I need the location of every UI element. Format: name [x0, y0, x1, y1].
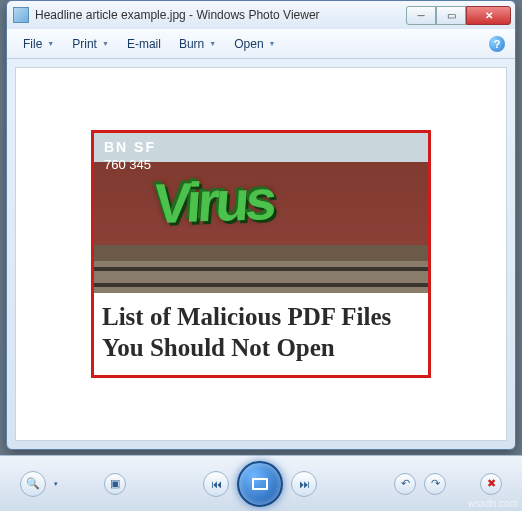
maximize-button[interactable]: ▭: [436, 6, 466, 25]
menu-file-label: File: [23, 37, 42, 51]
fit-icon: ▣: [110, 477, 120, 490]
menu-email[interactable]: E-mail: [121, 34, 167, 54]
chevron-down-icon: ▼: [269, 40, 276, 47]
rotate-ccw-icon: ↶: [401, 477, 410, 490]
menu-email-label: E-mail: [127, 37, 161, 51]
titlebar[interactable]: Headline article example.jpg - Windows P…: [7, 1, 515, 29]
close-button[interactable]: ✕: [466, 6, 511, 25]
delete-button[interactable]: ✖: [480, 473, 502, 495]
fit-to-window-button[interactable]: ▣: [104, 473, 126, 495]
rail-line: [94, 267, 428, 271]
watermark: wsxdn.com: [468, 498, 518, 509]
graffiti-text: Virus: [152, 167, 276, 236]
menu-open[interactable]: Open ▼: [228, 34, 281, 54]
menubar: File ▼ Print ▼ E-mail Burn ▼ Open ▼ ?: [7, 29, 515, 59]
chevron-down-icon: ▼: [209, 40, 216, 47]
rotate-cw-button[interactable]: ↷: [424, 473, 446, 495]
chevron-down-icon: ▼: [102, 40, 109, 47]
delete-icon: ✖: [487, 477, 496, 490]
image-viewport[interactable]: BN SF 760 345 Virus List of Malicious PD…: [15, 67, 507, 441]
app-icon: [13, 7, 29, 23]
railroad-mark: BN SF: [104, 139, 156, 155]
rotate-cw-icon: ↷: [431, 477, 440, 490]
magnifier-icon: 🔍: [26, 477, 40, 490]
window-title: Headline article example.jpg - Windows P…: [35, 8, 406, 22]
zoom-button[interactable]: 🔍: [20, 471, 46, 497]
next-button[interactable]: ⏭: [291, 471, 317, 497]
menu-print-label: Print: [72, 37, 97, 51]
article-photo: BN SF 760 345 Virus: [94, 133, 428, 293]
previous-button[interactable]: ⏮: [203, 471, 229, 497]
displayed-image: BN SF 760 345 Virus List of Malicious PD…: [91, 130, 431, 379]
article-headline: List of Malicious PDF Files You Should N…: [94, 293, 428, 376]
chevron-down-icon: ▼: [47, 40, 54, 47]
menu-open-label: Open: [234, 37, 263, 51]
slideshow-icon: [252, 478, 268, 490]
slideshow-button[interactable]: [237, 461, 283, 507]
rail-line: [94, 283, 428, 287]
window-controls: ─ ▭ ✕: [406, 6, 511, 25]
menu-print[interactable]: Print ▼: [66, 34, 115, 54]
app-window: Headline article example.jpg - Windows P…: [6, 0, 516, 450]
prev-icon: ⏮: [211, 478, 222, 490]
chevron-down-icon[interactable]: ▾: [54, 480, 58, 488]
minimize-button[interactable]: ─: [406, 6, 436, 25]
viewer-toolbar: 🔍 ▾ ▣ ⏮ ⏭ ↶ ↷ ✖: [0, 455, 522, 511]
menu-burn[interactable]: Burn ▼: [173, 34, 222, 54]
rotate-ccw-button[interactable]: ↶: [394, 473, 416, 495]
menu-file[interactable]: File ▼: [17, 34, 60, 54]
railcar-number: 760 345: [104, 157, 151, 172]
next-icon: ⏭: [299, 478, 310, 490]
help-icon[interactable]: ?: [489, 36, 505, 52]
menu-burn-label: Burn: [179, 37, 204, 51]
